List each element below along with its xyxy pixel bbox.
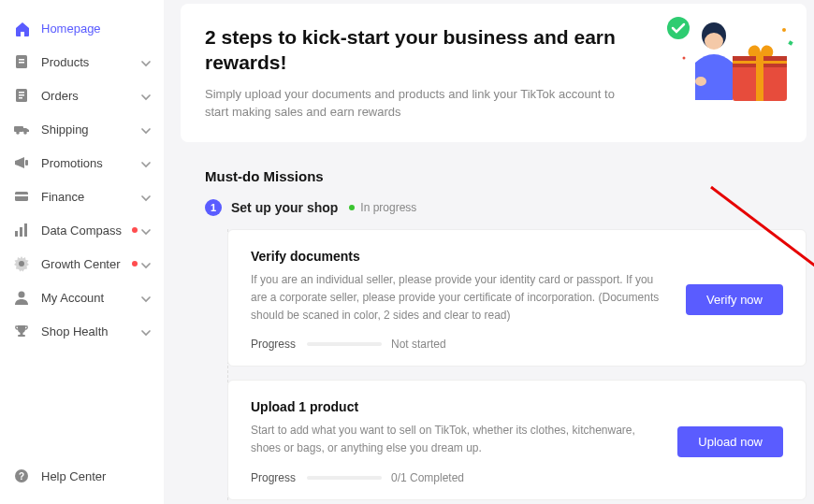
sidebar-item-data-compass[interactable]: Data Compass [0, 213, 164, 247]
gear-icon [13, 255, 30, 272]
hero-title: 2 steps to kick-start your business and … [205, 24, 638, 76]
card-icon [13, 188, 30, 205]
hero-subtitle: Simply upload your documents and product… [205, 85, 638, 122]
svg-rect-26 [733, 61, 787, 64]
sidebar-item-label: Growth Center [41, 257, 126, 271]
sidebar-item-my-account[interactable]: My Account [0, 281, 164, 314]
card-title: Upload 1 product [251, 399, 659, 414]
sidebar-item-label: Finance [41, 190, 138, 204]
svg-rect-10 [25, 160, 28, 166]
svg-rect-19 [18, 335, 25, 337]
sidebar-item-label: Shipping [41, 122, 138, 137]
svg-rect-18 [21, 332, 23, 335]
chevron-down-icon [138, 122, 151, 136]
chevron-down-icon [138, 324, 151, 338]
sidebar-item-orders[interactable]: Orders [0, 79, 164, 112]
progress-bar [307, 342, 382, 346]
hero-illustration [660, 11, 795, 116]
sidebar-item-label: Homepage [41, 22, 151, 36]
sidebar-item-label: Promotions [41, 156, 138, 170]
svg-point-22 [667, 17, 690, 39]
sidebar-item-homepage[interactable]: Homepage [0, 11, 164, 45]
truck-icon [13, 121, 30, 137]
svg-rect-12 [15, 194, 28, 196]
mission-step-status: In progress [360, 201, 416, 214]
progress-bar [307, 476, 382, 480]
svg-text:?: ? [19, 471, 24, 482]
sidebar-item-shipping[interactable]: Shipping [0, 112, 164, 146]
mission-card: Upload 1 productStart to add what you wa… [227, 380, 807, 499]
svg-point-8 [16, 131, 20, 135]
sidebar-item-finance[interactable]: Finance [0, 180, 164, 213]
svg-point-29 [695, 77, 706, 86]
progress-label: Progress [251, 471, 307, 484]
home-icon [13, 20, 30, 36]
mission-step-title: Set up your shop [231, 200, 338, 215]
missions-section-title: Must-do Missions [205, 168, 807, 184]
chevron-down-icon [138, 190, 151, 203]
sidebar-item-products[interactable]: Products [0, 45, 164, 79]
sidebar-item-growth-center[interactable]: Growth Center [0, 247, 164, 281]
svg-rect-13 [15, 231, 18, 237]
svg-point-9 [23, 131, 27, 135]
svg-rect-4 [19, 92, 24, 94]
svg-point-17 [19, 292, 25, 298]
verify-now-button[interactable]: Verify now [686, 284, 783, 315]
svg-rect-2 [19, 62, 24, 64]
sidebar-item-shop-health[interactable]: Shop Health [0, 314, 164, 348]
progress-text: 0/1 Completed [391, 471, 464, 484]
svg-rect-14 [20, 227, 22, 237]
help-icon: ? [13, 468, 30, 484]
status-dot-icon [349, 205, 355, 210]
sidebar-item-label: Data Compass [41, 223, 126, 238]
sidebar-item-label: Shop Health [41, 324, 138, 338]
progress-text: Not started [391, 338, 446, 351]
sidebar-item-label: Products [41, 55, 138, 69]
card-description: Start to add what you want to sell on Ti… [251, 422, 659, 457]
chevron-down-icon [138, 156, 151, 169]
card-title: Verify documents [251, 249, 667, 264]
svg-rect-15 [24, 223, 27, 237]
sidebar-item-promotions[interactable]: Promotions [0, 146, 164, 180]
card-description: If you are an individual seller, please … [251, 271, 667, 325]
mission-step-number: 1 [205, 199, 222, 216]
progress-label: Progress [251, 338, 307, 351]
chevron-down-icon [138, 257, 151, 270]
main-content: 2 steps to kick-start your business and … [164, 0, 814, 504]
sidebar-item-label: Orders [41, 89, 138, 103]
svg-rect-7 [14, 126, 23, 132]
chevron-down-icon [138, 291, 151, 304]
mission-step-header: 1 Set up your shop In progress [205, 199, 807, 216]
chart-icon [13, 222, 30, 238]
sidebar: HomepageProductsOrdersShippingPromotions… [0, 0, 164, 504]
svg-point-31 [683, 57, 686, 60]
hero-banner: 2 steps to kick-start your business and … [181, 4, 807, 142]
megaphone-icon [13, 154, 30, 171]
chevron-down-icon [138, 89, 151, 102]
file-icon [13, 53, 30, 70]
user-icon [13, 289, 30, 306]
svg-point-28 [705, 33, 723, 50]
svg-rect-1 [19, 59, 24, 61]
sidebar-item-help-center[interactable]: ?Help Center [0, 459, 164, 493]
doc-icon [13, 87, 30, 104]
svg-rect-32 [788, 40, 792, 45]
svg-rect-5 [19, 94, 24, 96]
upload-now-button[interactable]: Upload now [677, 426, 783, 457]
svg-point-30 [782, 28, 786, 32]
chevron-down-icon [138, 223, 151, 237]
chevron-down-icon [138, 55, 151, 68]
svg-rect-6 [19, 97, 22, 99]
mission-card: Verify documentsIf you are an individual… [227, 229, 807, 367]
trophy-icon [13, 323, 30, 339]
sidebar-item-label: My Account [41, 291, 138, 305]
sidebar-item-label: Help Center [41, 469, 151, 483]
